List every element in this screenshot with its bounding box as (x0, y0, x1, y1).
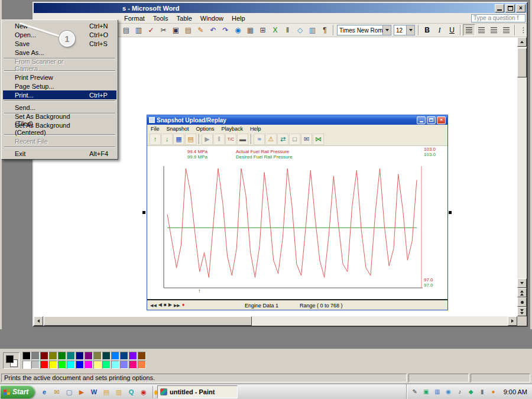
next-page-button[interactable] (517, 307, 527, 316)
compare-icon[interactable]: ⇄ (277, 134, 288, 145)
combo-dropdown-icon[interactable] (406, 25, 414, 35)
word-menu-tools[interactable]: Tools (149, 14, 173, 23)
palette-swatch[interactable] (58, 361, 66, 369)
spelling-icon[interactable]: ✓ (145, 24, 157, 36)
word-menu-format[interactable]: Format (120, 14, 149, 23)
file-menu-page-setup[interactable]: Page Setup... (3, 82, 116, 90)
align-left-button[interactable] (463, 24, 475, 36)
snapshot-menu-snapshot[interactable]: Snapshot (163, 126, 193, 132)
paste-icon[interactable]: ▤ (182, 24, 194, 36)
palette-swatch[interactable] (22, 361, 31, 369)
quick-launch-word[interactable]: W (89, 387, 99, 397)
select-browse-object-button[interactable] (517, 297, 527, 307)
position-marker-icon[interactable]: ↑ (198, 288, 201, 294)
word-restore-button[interactable] (505, 4, 515, 12)
italic-button[interactable]: I (433, 24, 446, 36)
disconnect-icon[interactable]: ⋈ (313, 134, 324, 145)
tray-messenger-icon[interactable]: ◉ (444, 387, 453, 397)
snapshot-menu-help[interactable]: Help (246, 126, 265, 132)
font-name-combo[interactable]: Times New Roman (337, 25, 391, 35)
insert-excel-icon[interactable]: X (269, 24, 281, 36)
word-minimize-button[interactable] (495, 4, 504, 12)
document-map-icon[interactable]: ▥ (306, 24, 319, 36)
quick-launch-folder-2[interactable]: ▥ (113, 387, 124, 397)
record-icon[interactable]: ● (182, 303, 185, 307)
hyperlink-icon[interactable]: ◉ (232, 24, 244, 36)
palette-swatch[interactable] (93, 352, 102, 360)
start-button[interactable]: Start (1, 385, 35, 398)
tray-power-icon[interactable]: ▮ (478, 387, 487, 397)
quick-launch-internet-explorer[interactable]: e (39, 387, 50, 397)
selection-handle-left[interactable] (142, 211, 145, 214)
palette-swatch[interactable] (111, 361, 119, 369)
stop-playback-icon[interactable]: ■ (164, 303, 167, 307)
previous-page-button[interactable] (517, 288, 527, 297)
file-menu-print[interactable]: Print...Ctrl+P (3, 90, 116, 99)
horizontal-scroll-thumb[interactable] (44, 316, 252, 326)
quick-launch-show-desktop[interactable]: ▢ (64, 387, 74, 397)
tray-volume-icon[interactable]: ♪ (455, 387, 465, 397)
quick-launch-folder[interactable]: ▤ (101, 387, 112, 397)
palette-swatch[interactable] (102, 352, 111, 360)
palette-swatch[interactable] (138, 361, 146, 369)
font-size-combo[interactable]: 12 (394, 25, 415, 35)
file-menu-set-as-background-centered[interactable]: Set As Background (Centered) (3, 124, 116, 133)
palette-swatch[interactable] (129, 352, 137, 360)
numbering-button[interactable]: ⋮ (517, 24, 527, 36)
insert-table-icon[interactable]: ⊞ (257, 24, 269, 36)
download-snapshot-icon[interactable]: ↓ (161, 134, 173, 145)
palette-swatch[interactable] (49, 361, 57, 369)
palette-swatch[interactable] (40, 361, 48, 369)
print-preview-icon[interactable]: ▥ (132, 24, 145, 36)
tables-borders-icon[interactable]: ▦ (244, 24, 257, 36)
copy-icon[interactable]: ▣ (170, 24, 182, 36)
snapshot-window-image[interactable]: Snapshot Upload/Replay × FileSnapshotOpt… (147, 115, 448, 310)
show-hide-icon[interactable]: ¶ (319, 24, 331, 36)
palette-swatch[interactable] (31, 361, 40, 369)
palette-swatch[interactable] (67, 361, 75, 369)
vertical-scrollbar[interactable] (517, 37, 527, 316)
selection-handle-right[interactable] (449, 211, 452, 214)
foreground-color-swatch[interactable] (6, 355, 14, 363)
palette-swatch[interactable] (22, 352, 31, 360)
scroll-up-button[interactable] (517, 37, 527, 47)
forward-icon[interactable]: ▶▶ (174, 303, 180, 307)
palette-swatch[interactable] (120, 352, 128, 360)
window-icon[interactable]: □ (289, 134, 300, 145)
tray-alert-icon[interactable]: ● (489, 387, 498, 397)
stop-icon[interactable]: ▬ (237, 134, 248, 145)
file-menu-recent-file[interactable]: Recent File (3, 137, 116, 145)
bold-button[interactable]: B (421, 24, 433, 36)
snapshot-menu-playback[interactable]: Playback (218, 126, 247, 132)
graph-icon[interactable]: ≈ (254, 134, 265, 145)
print-icon[interactable]: ▤ (120, 24, 132, 36)
upload-snapshot-icon[interactable]: ↑ (150, 134, 161, 145)
word-close-button[interactable]: × (516, 4, 525, 12)
align-right-button[interactable] (488, 24, 500, 36)
palette-swatch[interactable] (31, 352, 40, 360)
underline-button[interactable]: U (446, 24, 458, 36)
palette-swatch[interactable] (58, 352, 66, 360)
rewind-icon[interactable]: ◀◀ (150, 303, 157, 307)
palette-swatch[interactable] (120, 361, 128, 369)
email-icon[interactable]: ✉ (301, 134, 312, 145)
color-indicator[interactable] (3, 352, 20, 369)
file-menu-save-as[interactable]: Save As... (3, 48, 116, 57)
palette-swatch[interactable] (67, 352, 75, 360)
scroll-down-button[interactable] (517, 278, 527, 288)
columns-icon[interactable]: ‖ (281, 24, 294, 36)
palette-swatch[interactable] (76, 352, 84, 360)
format-painter-icon[interactable]: ✎ (194, 24, 207, 36)
palette-swatch[interactable] (49, 352, 57, 360)
scroll-left-button[interactable] (34, 316, 43, 326)
undo-icon[interactable]: ↶ (207, 24, 219, 36)
palette-swatch[interactable] (93, 361, 102, 369)
palette-swatch[interactable] (85, 361, 93, 369)
palette-swatch[interactable] (102, 361, 111, 369)
palette-swatch[interactable] (76, 361, 84, 369)
file-menu-send[interactable]: Send... (3, 103, 116, 112)
step-back-icon[interactable]: ◀ (158, 303, 162, 307)
ask-a-question-box[interactable]: Type a question f (471, 14, 525, 22)
cut-icon[interactable]: ✂ (157, 24, 170, 36)
pause-icon[interactable]: ‖ (213, 134, 225, 145)
